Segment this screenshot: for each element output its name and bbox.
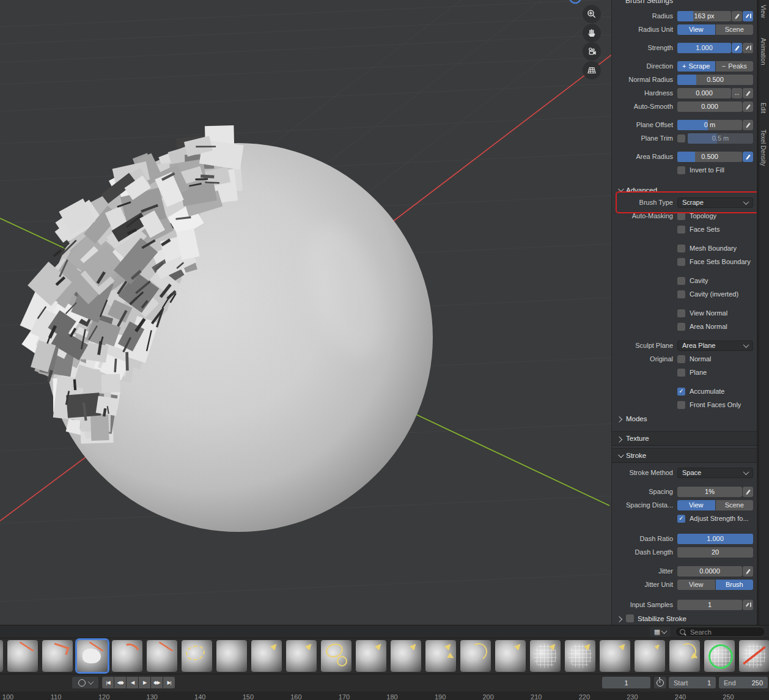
brush-thumbnail[interactable] bbox=[356, 640, 386, 672]
option-brush[interactable]: Brush bbox=[716, 580, 754, 590]
option-scene[interactable]: Scene bbox=[716, 500, 754, 510]
frame-start-field[interactable]: Start1 bbox=[669, 677, 716, 688]
min-max-arrows-icon[interactable]: ↔ bbox=[732, 88, 742, 98]
play-button[interactable]: ▶ bbox=[139, 677, 150, 688]
search-input[interactable] bbox=[689, 628, 760, 636]
checkbox-mesh-boundary[interactable] bbox=[677, 245, 685, 252]
shelf-search-field[interactable] bbox=[675, 627, 765, 637]
slider-jitter[interactable]: 0.0000 bbox=[677, 566, 742, 577]
brush-thumbnail[interactable] bbox=[669, 640, 700, 672]
next-keyframe-button[interactable]: ◆▶ bbox=[151, 677, 163, 688]
checkbox-adjust-strength-fo[interactable]: ✓ bbox=[677, 515, 685, 523]
slider-plane-offset[interactable]: 0 m bbox=[677, 120, 742, 130]
brush-thumbnail[interactable] bbox=[182, 640, 212, 672]
checkbox-area-normal[interactable] bbox=[677, 323, 685, 331]
checkbox-face-sets[interactable] bbox=[677, 226, 685, 234]
checkbox-plane[interactable] bbox=[677, 369, 685, 377]
checkbox-topology[interactable] bbox=[677, 212, 685, 220]
panel-scrollbar-gutter[interactable] bbox=[757, 0, 759, 625]
brush-thumbnail[interactable] bbox=[495, 640, 526, 672]
jump-to-start-button[interactable]: |◀ bbox=[102, 677, 114, 688]
brush-thumbnail[interactable] bbox=[7, 640, 38, 672]
option-scrape[interactable]: +Scrape bbox=[677, 61, 715, 72]
brush-thumbnail[interactable] bbox=[600, 640, 630, 672]
brush-thumbnail[interactable] bbox=[530, 640, 561, 672]
sidebar-tab-view[interactable]: View bbox=[760, 5, 767, 29]
stylus-pressure-icon[interactable] bbox=[743, 152, 753, 162]
auto-keying-toggle[interactable] bbox=[72, 677, 98, 688]
tablet-pressure-icon[interactable] bbox=[743, 43, 753, 53]
slider-strength[interactable]: 1.000 bbox=[677, 43, 731, 53]
slider-auto-smooth[interactable]: 0.000 bbox=[677, 101, 742, 112]
slider-input-samples[interactable]: 1 bbox=[677, 600, 742, 610]
camera-view-icon[interactable] bbox=[583, 42, 601, 61]
stylus-pressure-icon[interactable] bbox=[743, 88, 753, 98]
sidebar-tab-animation[interactable]: Animation bbox=[760, 38, 767, 94]
brush-thumbnail[interactable] bbox=[425, 640, 456, 672]
brush-thumbnail[interactable] bbox=[251, 640, 282, 672]
pan-hand-icon[interactable] bbox=[583, 24, 601, 42]
option-scene[interactable]: Scene bbox=[716, 24, 754, 35]
brush-thumbnail[interactable] bbox=[286, 640, 317, 672]
section-header-advanced[interactable]: Advanced bbox=[612, 183, 757, 196]
slider-normal-radius[interactable]: 0.500 bbox=[677, 75, 753, 85]
frame-end-field[interactable]: End250 bbox=[719, 677, 768, 688]
stylus-pressure-icon[interactable] bbox=[743, 487, 753, 497]
option-peaks[interactable]: −Peaks bbox=[716, 61, 754, 72]
shelf-display-mode-button[interactable]: ▦ bbox=[650, 627, 671, 637]
option-view[interactable]: View bbox=[677, 24, 715, 35]
checkbox-cavity[interactable] bbox=[677, 277, 685, 285]
stylus-pressure-icon[interactable] bbox=[743, 566, 753, 577]
tablet-pressure-icon[interactable] bbox=[743, 11, 753, 21]
checkbox-stabilize-stroke[interactable] bbox=[626, 614, 634, 622]
slider-area-radius[interactable]: 0.500 bbox=[677, 152, 742, 162]
brush-thumbnail[interactable] bbox=[112, 640, 142, 672]
slider-spacing[interactable]: 1% bbox=[677, 487, 742, 497]
checkbox-cavity-inverted[interactable] bbox=[677, 290, 685, 298]
current-frame-field[interactable]: 1 bbox=[602, 677, 650, 688]
brush-thumbnail[interactable] bbox=[635, 640, 665, 672]
brush-thumbnail-active[interactable] bbox=[77, 640, 108, 672]
section-header-modes[interactable]: Modes bbox=[612, 412, 757, 425]
play-reverse-button[interactable]: ◀ bbox=[127, 677, 138, 688]
section-header-texture[interactable]: Texture bbox=[612, 431, 757, 446]
dropdown-sculpt-plane[interactable]: Area Plane bbox=[677, 341, 753, 351]
sidebar-tab-texel-density[interactable]: Texel Density bbox=[760, 130, 767, 191]
jump-to-end-button[interactable]: ▶| bbox=[163, 677, 175, 688]
stylus-pressure-icon[interactable] bbox=[732, 11, 742, 21]
stylus-pressure-icon[interactable] bbox=[743, 120, 753, 130]
checkbox-invert-to-fill[interactable] bbox=[677, 166, 685, 174]
brush-thumbnail[interactable] bbox=[565, 640, 595, 672]
brush-thumbnail[interactable] bbox=[216, 640, 247, 672]
zoom-icon[interactable] bbox=[583, 5, 601, 23]
brush-thumbnail[interactable] bbox=[391, 640, 421, 672]
brush-thumbnail[interactable] bbox=[321, 640, 351, 672]
perspective-grid-icon[interactable] bbox=[583, 61, 601, 79]
slider-radius[interactable]: 163 px bbox=[677, 11, 731, 21]
checkbox-normal[interactable] bbox=[677, 355, 685, 363]
option-view[interactable]: View bbox=[677, 500, 715, 510]
brush-thumbnail[interactable] bbox=[147, 640, 177, 672]
checkbox-front-faces-only[interactable] bbox=[677, 401, 685, 409]
checkbox-face-sets-boundary[interactable] bbox=[677, 258, 685, 266]
3d-viewport[interactable] bbox=[0, 0, 611, 625]
slider-plane-trim[interactable]: 0.5 m bbox=[688, 133, 753, 144]
timeline-ruler[interactable]: 1001101201301401501601701801902002102202… bbox=[0, 691, 769, 700]
stylus-pressure-icon[interactable] bbox=[732, 43, 742, 53]
checkbox-view-normal[interactable] bbox=[677, 309, 685, 317]
sidebar-tab-edit[interactable]: Edit bbox=[760, 103, 767, 127]
previous-keyframe-button[interactable]: ◀◆ bbox=[114, 677, 126, 688]
slider-hardness[interactable]: 0.000 bbox=[677, 88, 731, 98]
brush-thumbnail[interactable] bbox=[42, 640, 73, 672]
option-view[interactable]: View bbox=[677, 580, 715, 590]
brush-thumbnail[interactable] bbox=[704, 640, 735, 672]
slider-dash-ratio[interactable]: 1.000 bbox=[677, 534, 753, 544]
brush-thumbnail[interactable] bbox=[739, 640, 769, 672]
checkbox-plane-trim[interactable] bbox=[677, 134, 685, 142]
stopwatch-icon-button[interactable] bbox=[654, 677, 666, 688]
dropdown-brush-type[interactable]: Scrape bbox=[677, 197, 753, 208]
dropdown-stroke-method[interactable]: Space bbox=[677, 468, 753, 478]
slider-dash-length[interactable]: 20 bbox=[677, 547, 753, 558]
viewport-canvas[interactable] bbox=[0, 0, 611, 625]
checkbox-accumulate[interactable]: ✓ bbox=[677, 388, 685, 396]
